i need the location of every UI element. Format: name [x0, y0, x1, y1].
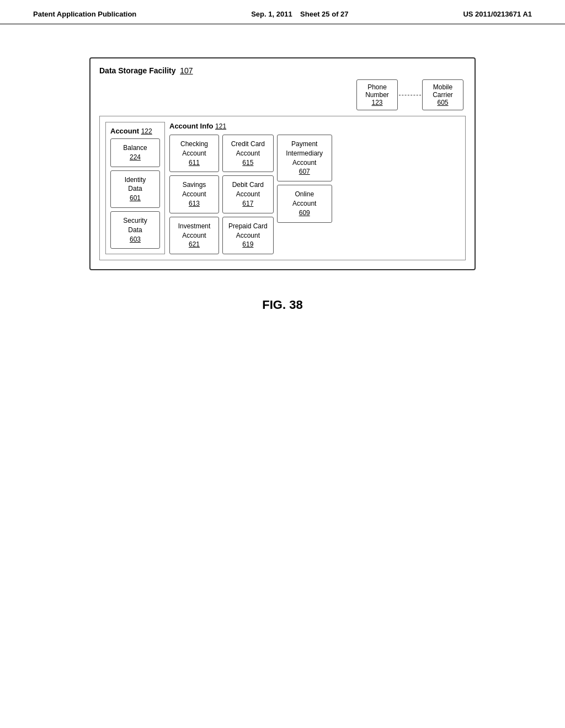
- prepaid-card-account-box: Prepaid CardAccount 619: [222, 217, 274, 254]
- account-info-section: Account Info 121 CheckingAccount 611 Sav…: [169, 122, 460, 254]
- mobile-carrier-box: MobileCarrier 605: [422, 79, 463, 110]
- balance-label: Balance: [116, 143, 154, 153]
- mobile-carrier-ref: 605: [428, 99, 457, 106]
- checking-account-ref: 611: [175, 158, 213, 168]
- prepaid-card-account-label: Prepaid CardAccount: [228, 222, 268, 240]
- payment-intermediary-ref: 607: [283, 167, 326, 176]
- checking-account-box: CheckingAccount 611: [169, 135, 219, 172]
- header-middle: Sep. 1, 2011 Sheet 25 of 27: [251, 10, 348, 18]
- online-account-label: OnlineAccount: [283, 190, 326, 208]
- account-section-title: Account 122: [110, 127, 160, 135]
- balance-box: Balance 224: [110, 138, 160, 167]
- connector-line: [399, 95, 421, 95]
- investment-account-box: InvestmentAccount 621: [169, 217, 219, 254]
- investment-account-ref: 621: [175, 240, 213, 249]
- debit-card-account-ref: 617: [228, 199, 268, 208]
- payment-intermediary-label: PaymentIntermediaryAccount: [283, 140, 326, 167]
- credit-card-account-label: Credit CardAccount: [228, 140, 268, 158]
- identity-data-label: IdentityData: [116, 175, 154, 194]
- figure-caption: FIG. 38: [0, 298, 565, 312]
- security-data-ref: 603: [116, 235, 154, 244]
- accounts-col-2: Credit CardAccount 615 Debit CardAccount…: [222, 135, 274, 254]
- mobile-carrier-label: MobileCarrier: [428, 83, 457, 99]
- account-info-title: Account Info 121: [169, 122, 460, 130]
- phone-number-label: PhoneNumber: [363, 83, 392, 99]
- diagram-area: Data Storage Facility 107 PhoneNumber 12…: [0, 24, 565, 281]
- accounts-col-1: CheckingAccount 611 SavingsAccount 613 I…: [169, 135, 219, 254]
- debit-card-account-box: Debit CardAccount 617: [222, 175, 274, 213]
- online-account-box: OnlineAccount 609: [277, 185, 332, 222]
- header-right: US 2011/0213671 A1: [463, 10, 532, 18]
- checking-account-label: CheckingAccount: [175, 140, 213, 158]
- savings-account-ref: 613: [175, 199, 213, 208]
- phone-number-ref: 123: [363, 99, 392, 106]
- prepaid-card-account-ref: 619: [228, 240, 268, 249]
- credit-card-account-box: Credit CardAccount 615: [222, 135, 274, 172]
- online-account-ref: 609: [283, 208, 326, 218]
- savings-account-box: SavingsAccount 613: [169, 175, 219, 213]
- identity-data-ref: 601: [116, 194, 154, 203]
- accounts-col-3: PaymentIntermediaryAccount 607 OnlineAcc…: [277, 135, 332, 254]
- investment-account-label: InvestmentAccount: [175, 222, 213, 240]
- accounts-grid: CheckingAccount 611 SavingsAccount 613 I…: [169, 135, 460, 254]
- savings-account-label: SavingsAccount: [175, 180, 213, 199]
- identity-data-box: IdentityData 601: [110, 170, 160, 208]
- security-data-box: SecurityData 603: [110, 211, 160, 249]
- header-left: Patent Application Publication: [33, 10, 136, 18]
- account-section: Account 122 Balance 224 IdentityData 601…: [105, 122, 165, 254]
- balance-ref: 224: [116, 153, 154, 162]
- outer-box-title: Data Storage Facility 107: [99, 66, 466, 75]
- outer-box: Data Storage Facility 107 PhoneNumber 12…: [89, 57, 476, 270]
- phone-number-box: PhoneNumber 123: [356, 79, 398, 110]
- page-header: Patent Application Publication Sep. 1, 2…: [0, 0, 565, 24]
- payment-intermediary-box: PaymentIntermediaryAccount 607: [277, 135, 332, 181]
- debit-card-account-label: Debit CardAccount: [228, 180, 268, 199]
- credit-card-account-ref: 615: [228, 158, 268, 168]
- security-data-label: SecurityData: [116, 216, 154, 235]
